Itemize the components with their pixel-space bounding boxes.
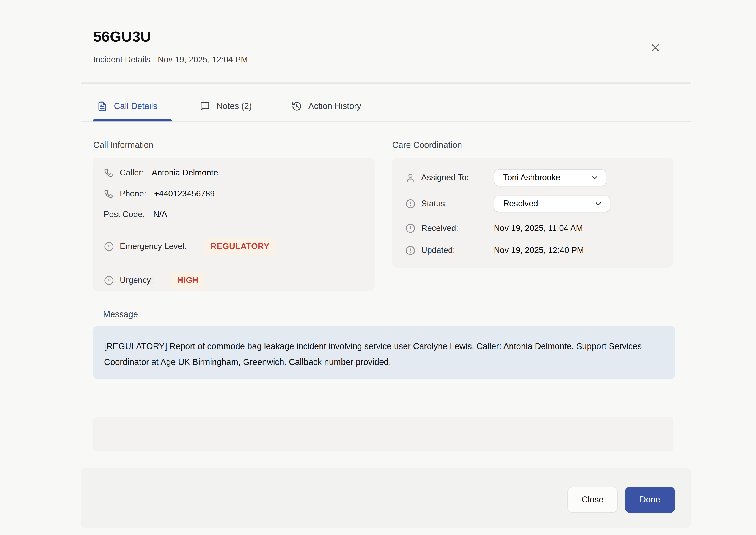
x-icon — [649, 41, 662, 54]
close-button[interactable]: Close — [567, 487, 617, 513]
assigned-to-label: Assigned To: — [421, 173, 469, 183]
updated-row: Updated: Nov 19, 2025, 12:40 PM — [406, 244, 661, 258]
status-value: Resolved — [503, 199, 538, 209]
caller-value: Antonia Delmonte — [152, 168, 218, 178]
care-coordination-heading: Care Coordination — [392, 140, 462, 151]
call-information-card: Caller: Antonia Delmonte Phone: +4401234… — [93, 158, 374, 291]
assigned-to-row: Assigned To: Toni Ashbrooke — [406, 169, 661, 186]
call-information-heading: Call Information — [93, 140, 153, 151]
phone-icon — [104, 169, 113, 177]
post-code-value: N/A — [153, 210, 167, 220]
alert-circle-icon — [406, 199, 416, 209]
history-icon — [292, 101, 302, 111]
message-heading: Message — [103, 309, 138, 320]
tab-notes[interactable]: Notes (2) — [200, 96, 252, 116]
faded-outcomes-panel — [93, 417, 673, 451]
alert-circle-icon — [104, 276, 114, 286]
tab-label: Call Details — [114, 101, 157, 111]
message-body: [REGULATORY] Report of commode bag leaka… — [93, 326, 675, 379]
phone-row: Phone: +440123456789 — [104, 187, 215, 201]
tab-call-details[interactable]: Call Details — [97, 96, 157, 116]
message-square-icon — [200, 101, 210, 111]
urgency-row: Urgency: HIGH — [104, 272, 205, 289]
dialog-footer: Close Done — [81, 468, 691, 528]
phone-value: +440123456789 — [154, 189, 215, 199]
tab-label: Action History — [308, 101, 361, 111]
file-text-icon — [97, 101, 108, 111]
post-code-label: Post Code: — [103, 210, 145, 220]
tab-label: Notes (2) — [217, 101, 252, 111]
alert-circle-icon — [104, 242, 114, 252]
emergency-level-label: Emergency Level: — [120, 242, 187, 252]
urgency-label: Urgency: — [120, 276, 153, 286]
updated-value: Nov 19, 2025, 12:40 PM — [494, 246, 584, 256]
emergency-level-badge: REGULATORY — [204, 238, 276, 255]
caller-row: Caller: Antonia Delmonte — [104, 166, 218, 180]
page-title: 56GU3U — [93, 28, 151, 45]
alert-circle-icon — [406, 224, 416, 234]
tab-action-history[interactable]: Action History — [292, 96, 361, 116]
header-divider — [81, 82, 691, 83]
done-button[interactable]: Done — [625, 487, 675, 513]
phone-icon — [104, 190, 113, 199]
updated-label: Updated: — [421, 246, 455, 256]
status-label: Status: — [421, 199, 447, 209]
incident-details-dialog: 56GU3U Incident Details - Nov 19, 2025, … — [0, 0, 756, 535]
post-code-row: Post Code: N/A — [103, 208, 167, 222]
phone-label: Phone: — [120, 189, 146, 199]
emergency-level-row: Emergency Level: REGULATORY — [104, 238, 276, 255]
received-label: Received: — [421, 224, 458, 234]
user-icon — [406, 173, 416, 183]
care-coordination-card: Assigned To: Toni Ashbrooke Status: Reso… — [392, 158, 673, 268]
close-dialog-button[interactable] — [647, 39, 664, 56]
received-value: Nov 19, 2025, 11:04 AM — [494, 224, 583, 234]
dialog-subtitle: Incident Details - Nov 19, 2025, 12:04 P… — [93, 55, 248, 65]
assigned-to-select[interactable]: Toni Ashbrooke — [494, 169, 606, 186]
status-row: Status: Resolved — [406, 196, 661, 212]
received-row: Received: Nov 19, 2025, 11:04 AM — [406, 221, 661, 235]
chevron-down-icon — [594, 199, 603, 208]
alert-circle-icon — [406, 246, 416, 256]
status-select[interactable]: Resolved — [494, 196, 610, 212]
tabs-divider — [81, 121, 691, 122]
urgency-badge: HIGH — [171, 272, 205, 289]
caller-label: Caller: — [120, 168, 144, 178]
chevron-down-icon — [590, 173, 599, 182]
assigned-to-value: Toni Ashbrooke — [503, 173, 560, 183]
